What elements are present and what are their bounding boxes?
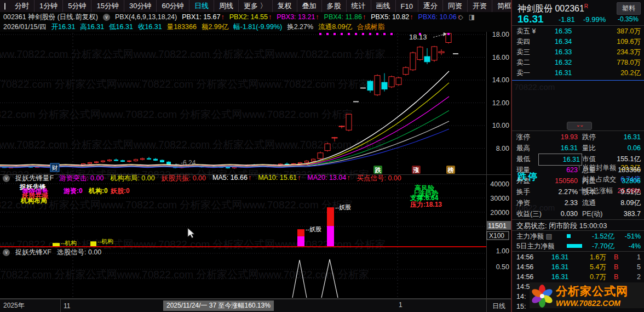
ohlc-field: 量183366 (167, 22, 197, 32)
svg-text:X100: X100 (489, 232, 504, 240)
stock-name: 神剑股份 (518, 4, 553, 13)
toolbar-item-30分钟[interactable]: 30分钟 (124, 0, 157, 12)
toolbar-item-多股[interactable]: 多股 (322, 0, 347, 12)
toolbar-item-画线[interactable]: 画线 (371, 0, 396, 12)
stock-period-label: 002361 神剑股份 (日线.前复权) (3, 13, 98, 22)
industry-button[interactable]: 塑料 (617, 2, 641, 15)
svg-text:12.00: 12.00 (492, 99, 509, 107)
flower-logo-icon (530, 283, 555, 308)
ask-row: 卖四16.34109.6万 (512, 37, 644, 47)
stock-code: 002361 (555, 4, 584, 13)
stat-row: 外盘150560内盘32806 (512, 175, 644, 186)
toolbar-item-F10[interactable]: F10 (396, 0, 418, 12)
svg-text:18.13: 18.13 (409, 33, 427, 41)
stat-row: 最高16.31量比0.06 (512, 143, 644, 154)
collapse-panel1-icon[interactable]: ∨ (3, 175, 10, 182)
pane-split-icon[interactable]: ◨ (469, 13, 480, 21)
ohlc-field: 合成树脂 (357, 22, 384, 32)
panel1-title: 捉妖先锋量F (15, 174, 54, 183)
panel1-header-field: 游资突击: 0.00 (59, 174, 104, 183)
pbx-value: PBX3: 13.21↑ (277, 13, 319, 21)
pbx-value: PBX5: 10.82↑ (371, 13, 413, 21)
svg-text:0.50: 0.50 (496, 263, 509, 271)
collapse-indicator-icon[interactable]: ∨ (103, 14, 110, 21)
pbx-value: PBX1: 15.67↑ (182, 13, 224, 21)
svg-text:10.00: 10.00 (492, 122, 509, 129)
toolbar-item-复权[interactable]: 复权 (273, 0, 297, 12)
diamond-icon[interactable]: ◇ (458, 13, 468, 21)
expand-panel-button[interactable]: ⌄⌄ (567, 122, 592, 130)
main-flow-section: 主力净额 ▤-1.52亿-51%5日主力净额-7.70亿-4% (512, 231, 644, 251)
toolbar-item-1分钟[interactable]: 1分钟 (34, 0, 63, 12)
toolbar-item-逐分[interactable]: 逐分 (418, 0, 443, 12)
toolbar-item-5分钟[interactable]: 5分钟 (63, 0, 91, 12)
svg-text:20000: 20000 (490, 209, 509, 217)
ohlc-field: 低16.31 (109, 22, 133, 32)
toolbar-item-叠加[interactable]: 叠加 (297, 0, 322, 12)
main-flow-row: 5日主力净额-7.70亿-4% (512, 241, 644, 251)
ohlc-field: 幅-1.81(-9.99%) (233, 22, 282, 32)
svg-text:榜: 榜 (447, 167, 454, 173)
quote-sidebar: 神剑股份 002361R 塑料 16.31 -1.81 -9.99% -0.35… (511, 0, 644, 312)
flow-bar (567, 244, 582, 248)
toolbar-item-同资[interactable]: 同资 (443, 0, 468, 12)
logo-text-cn: 分析家公式网 (556, 283, 628, 299)
panel1-header-field: MA20: 13.04↑ (307, 174, 350, 183)
pbx-value: PBX2: 14.55↑ (229, 13, 272, 21)
indicator-info-bar: 002361 神剑股份 (日线.前复权) ∨ PBX(4,6,9,13,18,2… (0, 12, 512, 22)
trade-status: 交易状态: 闭市阶段 15:00:03 (516, 221, 607, 231)
ask-row: 卖三16.33234.3万 (512, 47, 644, 58)
panel1-label: 游资:0 (64, 188, 83, 194)
ask-queue: 卖五 ¥16.35387.0万卖四16.34109.6万卖三16.33234.3… (512, 26, 644, 80)
ohlc-field: 流通8.09亿 (318, 22, 352, 32)
svg-text:--妖股: --妖股 (306, 226, 321, 232)
flow-bar (567, 234, 571, 238)
ohlc-field: 额2.99亿 (202, 22, 228, 32)
ohlc-field: 收16.31 (138, 22, 162, 32)
ask-row: 卖一16.3120.2亿 (512, 68, 644, 78)
ohlc-field: 开16.31 (51, 22, 76, 32)
ohlc-info-bar: 2026/01/15/四开16.31高16.31低16.31收16.31量183… (0, 22, 512, 32)
toolbar-item-日线[interactable]: 日线 (189, 0, 214, 12)
toolbar-item-15分钟[interactable]: 15分钟 (91, 0, 124, 12)
seal-section: 跌停 ↑当前封单额20.2亿封单占成交6.74倍十日总涨幅25.08% (512, 81, 644, 117)
top-toolbar: 分时1分钟5分钟15分钟30分钟60分钟日线周线更多 〉复权叠加多股统计画线F1… (0, 0, 512, 12)
svg-text:18.00: 18.00 (492, 32, 509, 38)
svg-text:30000: 30000 (490, 195, 509, 202)
svg-text:--机构: --机构 (61, 240, 77, 246)
panel1-header-field: 妖股共振: 0.00 (162, 174, 206, 183)
toolbar-item-简框[interactable]: 简框 (492, 0, 512, 12)
r-tag: R (584, 3, 588, 9)
toolbar-item-更多 〉[interactable]: 更多 〉 (239, 0, 273, 12)
collapse-panel2-icon[interactable]: ∨ (3, 249, 10, 256)
split-view-icon[interactable] (4, 3, 5, 10)
toolbar-item-开资[interactable]: 开资 (468, 0, 492, 12)
toolbar-item-60分钟[interactable]: 60分钟 (157, 0, 189, 12)
main-chart[interactable]: 18.13←-6.24财跌涨榜--机构--机构--妖股--妖股18.0016.0… (0, 32, 512, 299)
logo-text-url: WWW.70822.COM (556, 299, 628, 308)
stat-row: 收益(三)0.030PE(动)383.7 (512, 208, 644, 219)
panel2-title: 捉妖先锋XF (15, 248, 51, 257)
period-indicator[interactable]: 日线 (486, 299, 505, 312)
main-flow-row: 主力净额 ▤-1.52亿-51% (512, 231, 644, 241)
date-axis-bar: 2025年 11 2025/11/24/一 37 至今涨幅160.13% 1 日… (0, 299, 512, 312)
selection-range-label: 2025/11/24/一 37 至今涨幅160.13% (163, 300, 274, 311)
toolbar-item-周线[interactable]: 周线 (214, 0, 239, 12)
pbx-value: PBX4: 11.86↑ (324, 13, 366, 21)
panel2-header: ∨ 捉妖先锋XF 选股信号: 0.00 (3, 248, 101, 256)
svg-text:跌: 跌 (375, 167, 382, 173)
svg-text:11501: 11501 (488, 222, 507, 230)
ask-row: 卖二16.32778.0万 (512, 58, 644, 68)
svg-text:--妖股: --妖股 (335, 204, 351, 211)
stat-row: 最低16.31市值155.1亿 (512, 154, 644, 164)
toolbar-item-分时[interactable]: 分时 (10, 0, 34, 12)
panel1-header-field: 买点信号: 0.00 (357, 174, 401, 183)
ohlc-field: 换2.27% (287, 22, 313, 32)
svg-text:财: 财 (52, 164, 58, 171)
axis-month-label: 11 (60, 299, 70, 312)
last-price: 16.31 (518, 13, 544, 25)
svg-text:16.00: 16.00 (492, 54, 509, 61)
toolbar-item-统计[interactable]: 统计 (347, 0, 371, 12)
svg-text:--机构: --机构 (97, 238, 113, 245)
tick-row: 14:5616.311.6万B1 (512, 252, 644, 262)
